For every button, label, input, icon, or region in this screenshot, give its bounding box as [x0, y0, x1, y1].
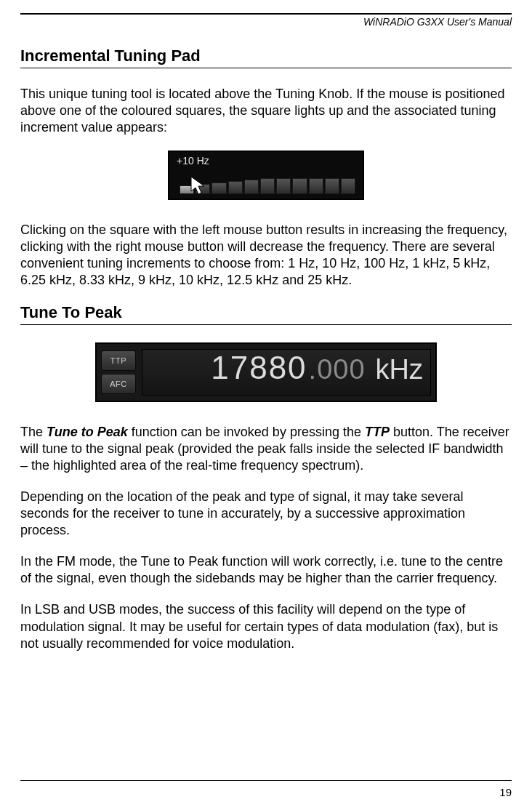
body-paragraph: This unique tuning tool is located above…: [20, 86, 512, 136]
emphasis-ttp: TTP: [365, 425, 390, 439]
frequency-unit: kHz: [376, 354, 423, 385]
footer-rule: [20, 780, 512, 781]
text-run: The: [20, 425, 47, 439]
section-heading-tuning-pad: Incremental Tuning Pad: [20, 47, 512, 68]
tuning-pad-figure: +10 Hz: [168, 151, 364, 200]
svg-marker-0: [191, 177, 204, 194]
tuning-bar: [211, 183, 226, 194]
frequency-readout: 17880.000 kHz: [142, 349, 431, 396]
text-run: function can be invoked by pressing the: [128, 425, 365, 439]
tuning-bar: [260, 178, 275, 194]
tuning-bar: [325, 178, 339, 194]
frequency-frac: .000: [309, 354, 366, 385]
section-heading-tune-to-peak: Tune To Peak: [20, 303, 512, 325]
tuning-bar: [341, 178, 355, 194]
running-header: WiNRADiO G3XX User's Manual: [20, 15, 512, 33]
frequency-display-figure: TTP AFC 17880.000 kHz: [95, 342, 437, 402]
tuning-bar: [228, 181, 243, 194]
ttp-button[interactable]: TTP: [101, 350, 136, 371]
frequency-main: 17880: [211, 350, 307, 386]
tuning-bar: [244, 180, 259, 194]
tuning-bar: [309, 178, 323, 194]
tuning-bar: [276, 178, 291, 194]
page-number: 19: [499, 786, 512, 798]
cursor-icon: [190, 175, 207, 197]
body-paragraph: In the FM mode, the Tune to Peak functio…: [20, 553, 512, 587]
body-paragraph: The Tune to Peak function can be invoked…: [20, 424, 512, 474]
afc-button[interactable]: AFC: [101, 374, 136, 394]
tuning-increment-label: +10 Hz: [177, 155, 209, 167]
emphasis-tune-to-peak: Tune to Peak: [47, 425, 128, 439]
body-paragraph: Depending on the location of the peak an…: [20, 489, 512, 539]
body-paragraph: Clicking on the square with the left mou…: [20, 222, 512, 289]
body-paragraph: In LSB and USB modes, the success of thi…: [20, 601, 512, 651]
tuning-bar: [292, 178, 307, 194]
